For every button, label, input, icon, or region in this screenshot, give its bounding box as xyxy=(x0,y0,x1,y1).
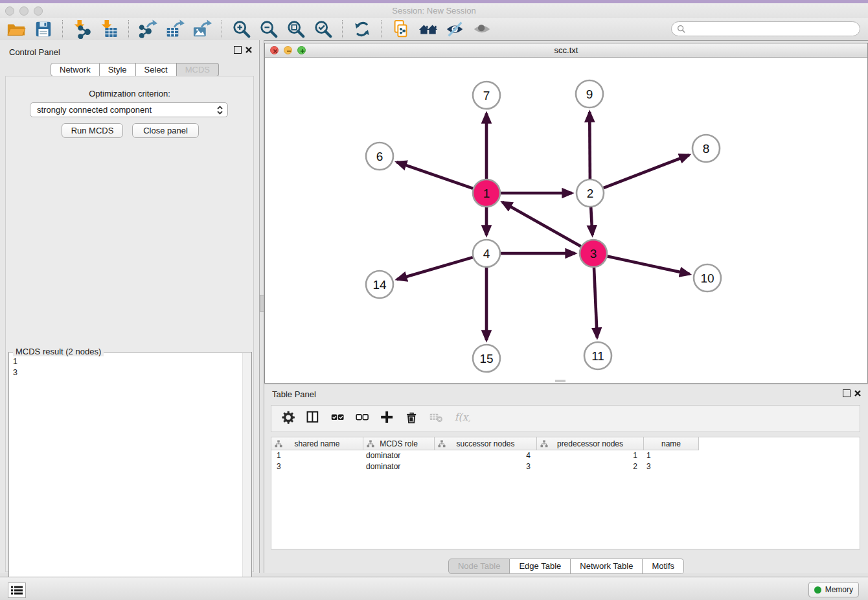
tab-edge-table[interactable]: Edge Table xyxy=(510,559,571,574)
graph-node-6[interactable]: 6 xyxy=(366,143,393,170)
add-column-button[interactable] xyxy=(376,409,400,428)
graph-edge-3-10[interactable] xyxy=(608,257,690,275)
close-table-panel-icon[interactable] xyxy=(854,389,862,397)
memory-label: Memory xyxy=(825,585,853,594)
table-cell[interactable]: dominator xyxy=(363,450,435,461)
memory-button[interactable]: Memory xyxy=(808,582,859,597)
save-session-button[interactable] xyxy=(32,19,55,40)
canvas-scroll-handle[interactable] xyxy=(555,380,565,382)
float-table-panel-icon[interactable] xyxy=(843,389,851,397)
graph-edge-3-1[interactable] xyxy=(502,202,580,247)
graph-node-14[interactable]: 14 xyxy=(366,271,393,298)
status-bar: Memory xyxy=(0,577,868,600)
first-neighbors-button[interactable] xyxy=(417,19,440,40)
close-panel-icon[interactable] xyxy=(245,46,253,54)
graph-node-4[interactable]: 4 xyxy=(473,240,500,267)
table-cell[interactable]: 1 xyxy=(537,450,644,461)
import-table-button[interactable] xyxy=(98,19,121,40)
tab-network-table[interactable]: Network Table xyxy=(571,559,643,574)
unselect-all-columns-button[interactable] xyxy=(352,409,375,428)
open-session-button[interactable] xyxy=(5,19,28,40)
export-img-icon xyxy=(193,19,212,39)
graph-node-7[interactable]: 7 xyxy=(473,82,500,109)
graph-edge-1-6[interactable] xyxy=(397,162,474,189)
criterion-dropdown[interactable]: strongly connected component xyxy=(30,102,228,117)
graph-node-10[interactable]: 10 xyxy=(694,264,721,292)
table-cell[interactable]: 3 xyxy=(435,461,537,472)
column-header-MCDS-role[interactable]: MCDS role xyxy=(363,437,435,450)
svg-text:11: 11 xyxy=(591,349,604,363)
plus-icon xyxy=(380,411,396,427)
graph-node-2[interactable]: 2 xyxy=(577,179,604,207)
graph-edge-3-11[interactable] xyxy=(594,268,597,338)
graph-node-15[interactable]: 15 xyxy=(473,345,500,372)
table-cell[interactable]: 2 xyxy=(537,461,644,472)
delete-column-button[interactable] xyxy=(401,409,424,428)
zoom-in-button[interactable] xyxy=(230,19,253,40)
select-all-columns-button[interactable] xyxy=(327,409,350,428)
export-network-button[interactable] xyxy=(137,19,160,40)
toggle-columns-button[interactable] xyxy=(303,409,326,428)
search-field[interactable] xyxy=(671,21,860,36)
table-body: 1dominator4113dominator323 xyxy=(271,450,860,472)
graph-edge-4-14[interactable] xyxy=(397,257,473,279)
graph-node-8[interactable]: 8 xyxy=(692,135,720,162)
hierarchy-icon xyxy=(540,440,548,448)
network-canvas[interactable]: 7 9 6 8 1 2 4 3 14 10 15 11 xyxy=(265,58,867,383)
float-panel-icon[interactable] xyxy=(234,46,242,54)
hide-selected-button[interactable] xyxy=(444,19,467,40)
graph-node-1[interactable]: 1 xyxy=(473,179,500,207)
table-cell[interactable]: 4 xyxy=(435,450,537,461)
graph-node-3[interactable]: 3 xyxy=(580,240,607,267)
zoom-out-icon xyxy=(259,19,279,39)
close-panel-button[interactable]: Close panel xyxy=(132,123,199,138)
show-all-button[interactable] xyxy=(471,19,494,40)
status-menu-button[interactable] xyxy=(8,583,26,598)
graph-edge-2-3[interactable] xyxy=(591,207,592,235)
run-mcds-button[interactable]: Run MCDS xyxy=(62,123,123,138)
mcds-panel: Optimization criterion: strongly connect… xyxy=(5,76,254,572)
column-header-shared-name[interactable]: shared name xyxy=(271,437,363,450)
table-cell[interactable]: 1 xyxy=(644,450,699,461)
search-input[interactable] xyxy=(686,23,854,36)
zoom-selected-button[interactable] xyxy=(312,19,335,40)
new-network-from-selection-button[interactable] xyxy=(389,19,413,40)
svg-text:1: 1 xyxy=(483,187,490,200)
table-cell[interactable]: 1 xyxy=(271,450,363,461)
export-image-button[interactable] xyxy=(191,19,214,40)
gear-icon xyxy=(282,411,298,427)
column-header-name[interactable]: name xyxy=(644,437,699,450)
tab-network[interactable]: Network xyxy=(51,63,100,76)
tab-select[interactable]: Select xyxy=(136,63,177,76)
table-row[interactable]: 1dominator411 xyxy=(271,450,860,461)
zoom-out-button[interactable] xyxy=(257,19,280,40)
dropdown-stepper-icon xyxy=(215,105,225,115)
column-header-predecessor-nodes[interactable]: predecessor nodes xyxy=(537,437,644,450)
refresh-layout-button[interactable] xyxy=(350,19,374,40)
column-header-successor-nodes[interactable]: successor nodes xyxy=(435,437,537,450)
tab-node-table[interactable]: Node Table xyxy=(448,559,510,574)
table-row[interactable]: 3dominator323 xyxy=(271,461,860,472)
table-cell[interactable]: 3 xyxy=(644,461,699,472)
graph-edge-2-9[interactable] xyxy=(589,112,590,179)
table-cell[interactable]: 3 xyxy=(271,461,363,472)
graph-node-11[interactable]: 11 xyxy=(584,342,611,369)
table-cell[interactable]: dominator xyxy=(363,461,435,472)
columns-icon xyxy=(306,411,323,427)
table-settings-button[interactable] xyxy=(278,409,301,428)
zoom-in-icon xyxy=(232,19,251,39)
graph-node-9[interactable]: 9 xyxy=(576,80,603,108)
graph-edge-2-8[interactable] xyxy=(604,155,689,188)
zoom-fit-button[interactable] xyxy=(284,19,308,40)
panel-divider-handle[interactable] xyxy=(260,295,264,312)
application-window: Session: New Session xyxy=(0,0,868,600)
titlebar[interactable]: Session: New Session xyxy=(0,3,868,18)
result-scrollbar[interactable] xyxy=(242,353,251,595)
tab-mcds[interactable]: MCDS xyxy=(177,63,219,76)
tab-style[interactable]: Style xyxy=(100,63,136,76)
export-table-icon xyxy=(166,19,185,39)
network-window-titlebar[interactable]: scc.txt xyxy=(265,43,867,58)
export-table-button[interactable] xyxy=(164,19,187,40)
tab-motifs[interactable]: Motifs xyxy=(643,559,684,574)
import-network-button[interactable] xyxy=(71,19,94,40)
